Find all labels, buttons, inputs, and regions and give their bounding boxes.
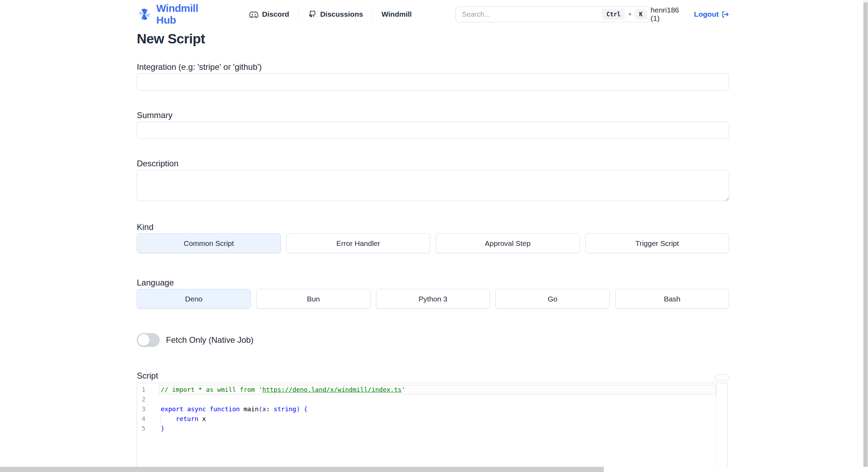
code-editor[interactable]: 1// import * as wmill from 'https://deno… [137, 383, 728, 472]
toggle-knob [138, 334, 150, 346]
nav-item-discussions[interactable]: Discussions [299, 10, 372, 19]
vertical-scrollbar[interactable] [863, 0, 868, 472]
horizontal-scrollbar[interactable] [0, 467, 868, 472]
language-option-bun[interactable]: Bun [256, 289, 370, 309]
nav-item-label: Discussions [320, 10, 363, 18]
nav-item-label: Discord [262, 10, 289, 18]
code-text: // import * as wmill from 'https://deno.… [161, 385, 405, 395]
code-line-3[interactable]: 3export async function main(x: string) { [137, 404, 727, 414]
kbd-k: K [635, 9, 647, 19]
line-number: 4 [137, 414, 161, 424]
nav-item-label: Windmill [382, 10, 412, 18]
vertical-scrollbar-thumb[interactable] [863, 2, 868, 470]
summary-label: Summary [137, 110, 729, 120]
top-navigation-bar: Windmill Hub Discord [137, 0, 729, 22]
search-shortcut: Ctrl + K [602, 9, 647, 19]
language-option-go[interactable]: Go [495, 289, 609, 309]
fetch-only-row: Fetch Only (Native Job) [137, 333, 729, 347]
horizontal-scrollbar-thumb[interactable] [0, 467, 604, 472]
code-line-1[interactable]: 1// import * as wmill from 'https://deno… [137, 385, 727, 395]
language-option-deno[interactable]: Deno [137, 289, 251, 309]
github-icon [308, 10, 317, 19]
integration-input[interactable] [137, 73, 729, 91]
logout-link[interactable]: Logout [694, 10, 729, 18]
nav-item-windmill[interactable]: Windmill [373, 10, 421, 18]
brand-title: Windmill Hub [156, 2, 218, 26]
line-number: 5 [137, 424, 161, 433]
kind-options: Common ScriptError HandlerApproval StepT… [137, 233, 729, 253]
language-options: DenoBunPython 3GoBash [137, 289, 729, 309]
language-option-python-3[interactable]: Python 3 [376, 289, 490, 309]
discord-icon [249, 10, 259, 18]
code-area: 1// import * as wmill from 'https://deno… [137, 385, 727, 433]
script-header: Script [137, 371, 729, 381]
summary-input[interactable] [137, 122, 729, 139]
language-option-bash[interactable]: Bash [615, 289, 729, 309]
fetch-only-label: Fetch Only (Native Job) [166, 335, 253, 345]
kbd-plus-sign: + [628, 11, 631, 17]
fetch-only-toggle[interactable] [137, 333, 160, 347]
logout-label: Logout [694, 10, 719, 18]
language-label: Language [137, 278, 729, 288]
user-area: henri186 (1) Logout [651, 6, 729, 23]
search-box: Ctrl + K [456, 7, 651, 22]
line-number: 2 [137, 395, 161, 404]
kind-option-approval-step[interactable]: Approval Step [436, 233, 580, 253]
code-text: } [161, 424, 165, 433]
kind-label: Kind [137, 222, 729, 232]
nav-item-discord[interactable]: Discord [249, 10, 298, 18]
integration-label: Integration (e.g: 'stripe' or 'github') [137, 62, 729, 72]
code-text: export async function main(x: string) { [161, 404, 308, 414]
code-text: return x [161, 414, 206, 424]
kind-option-error-handler[interactable]: Error Handler [286, 233, 431, 253]
logout-icon [721, 10, 729, 18]
kind-option-common-script[interactable]: Common Script [137, 233, 281, 253]
kind-option-trigger-script[interactable]: Trigger Script [585, 233, 729, 253]
line-number: 3 [137, 404, 161, 414]
script-label: Script [137, 371, 158, 381]
description-label: Description [137, 158, 729, 168]
editor-settings-pill-button[interactable] [715, 374, 729, 381]
windmill-logo-icon [137, 7, 152, 22]
page-title: New Script [137, 31, 729, 47]
main-nav: Discord Discussions Windmill [249, 9, 421, 19]
line-number: 1 [137, 385, 161, 395]
username-label: henri186 (1) [651, 6, 688, 23]
code-line-4[interactable]: 4 return x [137, 414, 727, 424]
code-line-5[interactable]: 5} [137, 424, 727, 433]
code-line-2[interactable]: 2 [137, 395, 727, 404]
kbd-ctrl: Ctrl [602, 9, 625, 19]
brand-link[interactable]: Windmill Hub [137, 2, 218, 26]
description-textarea[interactable] [137, 170, 729, 201]
windmill-hub-page: Windmill Hub Discord [0, 0, 868, 472]
